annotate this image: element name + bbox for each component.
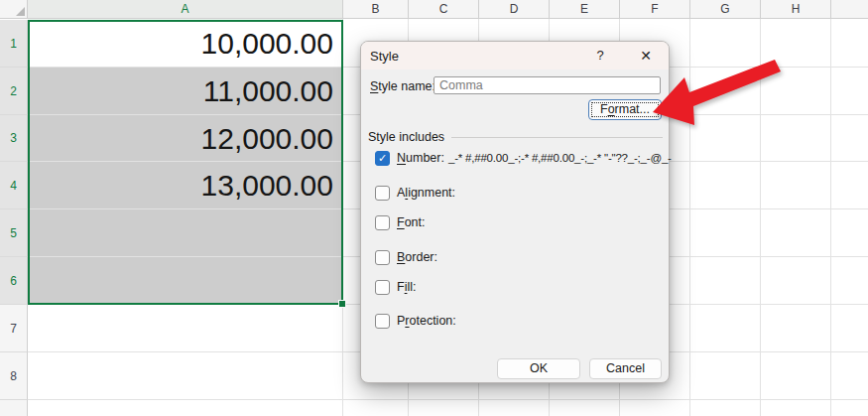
column-header-e[interactable]: E: [550, 0, 620, 19]
excel-window: 10,000.00 11,000.00 12,000.00 13,000.00 …: [0, 0, 868, 416]
cell-a4[interactable]: 13,000.00: [28, 162, 333, 209]
number-format-string: _-* #,##0.00_-;-* #,##0.00_-;_-* "-"??_-…: [448, 152, 672, 164]
select-all-triangle-icon: [16, 7, 25, 16]
format-accel: o: [608, 102, 615, 116]
column-header-b[interactable]: B: [343, 0, 409, 19]
ok-button[interactable]: OK: [497, 358, 580, 379]
row-header-6[interactable]: 6: [0, 257, 28, 305]
alignment-label: Alignment:: [397, 186, 455, 200]
checkbox-row-font: Font:: [375, 214, 426, 230]
number-label: Number:: [397, 151, 444, 165]
row-header-8[interactable]: 8: [0, 352, 28, 400]
select-all-button[interactable]: [0, 0, 28, 19]
close-icon[interactable]: ✕: [637, 47, 655, 65]
cell-a1[interactable]: 10,000.00: [28, 20, 333, 68]
row-header-1[interactable]: 1: [0, 20, 28, 68]
row-header-3[interactable]: 3: [0, 115, 28, 162]
gridline: [342, 19, 343, 416]
column-header-h[interactable]: H: [761, 0, 831, 19]
protection-label: Protection:: [397, 314, 456, 328]
number-checkbox[interactable]: [375, 151, 390, 166]
dialog-title: Style: [370, 49, 399, 64]
format-pre: F: [600, 102, 608, 116]
fill-handle[interactable]: [338, 300, 346, 308]
checkbox-row-border: Border:: [375, 249, 437, 265]
style-dialog: Style ? ✕ Style name: Format... Style in…: [360, 41, 670, 383]
style-name-label: Style name:: [370, 79, 435, 93]
column-header-d[interactable]: D: [479, 0, 550, 19]
protection-checkbox[interactable]: [375, 314, 390, 329]
checkbox-row-fill: Fill:: [375, 279, 416, 295]
style-includes-group: Style includes: [368, 130, 663, 144]
checkbox-row-protection: Protection:: [375, 313, 456, 329]
group-rule: [451, 137, 663, 138]
border-checkbox[interactable]: [375, 250, 390, 265]
column-header-f[interactable]: F: [620, 0, 690, 19]
gridline: [760, 19, 761, 416]
gridline: [830, 19, 831, 416]
row-header-2[interactable]: 2: [0, 68, 28, 115]
style-name-rest: tyle name:: [378, 79, 435, 93]
column-header-c[interactable]: C: [409, 0, 479, 19]
cancel-button[interactable]: Cancel: [589, 358, 662, 379]
cell-a2[interactable]: 11,000.00: [28, 68, 333, 115]
column-header-a[interactable]: A: [28, 0, 343, 19]
cell-a3[interactable]: 12,000.00: [28, 115, 333, 162]
column-header-g[interactable]: G: [690, 0, 761, 19]
style-name-input[interactable]: [434, 76, 661, 94]
row-header-7[interactable]: 7: [0, 305, 28, 352]
style-includes-label: Style includes: [368, 130, 444, 144]
format-rest: rmat...: [615, 102, 650, 116]
fill-checkbox[interactable]: [375, 280, 390, 295]
border-label: Border:: [397, 250, 437, 264]
dialog-titlebar[interactable]: Style ? ✕: [361, 42, 669, 69]
row-header-partial[interactable]: [0, 400, 28, 416]
gridline: [28, 399, 868, 400]
fill-label: Fill:: [397, 280, 416, 294]
row-header-5[interactable]: 5: [0, 209, 28, 257]
checkbox-row-alignment: Alignment:: [375, 185, 455, 201]
format-button[interactable]: Format...: [588, 99, 662, 120]
help-icon[interactable]: ?: [591, 47, 609, 65]
font-label: Font:: [397, 215, 426, 229]
gridline: [689, 19, 690, 416]
font-checkbox[interactable]: [375, 215, 390, 230]
alignment-checkbox[interactable]: [375, 186, 390, 201]
column-header-partial[interactable]: [831, 0, 868, 19]
checkbox-row-number: Number: _-* #,##0.00_-;-* #,##0.00_-;_-*…: [375, 150, 672, 166]
row-header-4[interactable]: 4: [0, 162, 28, 209]
